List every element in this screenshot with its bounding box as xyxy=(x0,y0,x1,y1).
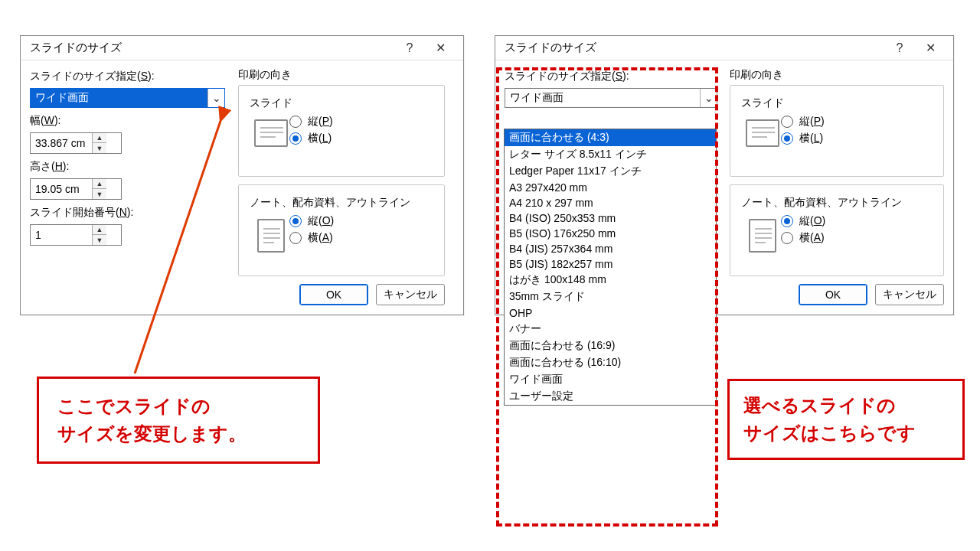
notes-orientation-group: ノート、配布資料、アウトライン 縦(O) 横(A) xyxy=(238,184,445,276)
callout-left-line1: ここでスライドの xyxy=(57,393,299,420)
dropdown-item[interactable]: 35mm スライド xyxy=(505,289,716,305)
slide-size-dialog-left: スライドのサイズ ? ✕ スライドのサイズ指定(S): ワイド画面 ⌄ 幅(W)… xyxy=(20,35,464,315)
callout-right: 選べるスライドの サイズはこちらです xyxy=(727,379,965,460)
dropdown-item[interactable]: B5 (JIS) 182x257 mm xyxy=(505,256,716,272)
ok-button[interactable]: OK xyxy=(799,284,867,305)
dropdown-item[interactable]: B4 (ISO) 250x353 mm xyxy=(505,210,716,226)
cancel-button[interactable]: キャンセル xyxy=(875,284,944,305)
radio-checked-icon xyxy=(289,215,302,227)
height-value: 19.05 cm xyxy=(31,183,92,195)
ok-button[interactable]: OK xyxy=(299,284,368,305)
dropdown-item[interactable]: 画面に合わせる (16:9) xyxy=(505,337,716,354)
help-button[interactable]: ? xyxy=(394,41,425,55)
titlebar: スライドのサイズ ? ✕ xyxy=(21,36,463,60)
dropdown-item[interactable]: ユーザー設定 xyxy=(505,388,716,405)
page-landscape-icon xyxy=(746,119,779,147)
width-label: 幅(W): xyxy=(30,114,229,128)
size-spec-dropdown-list[interactable]: 画面に合わせる (4:3)レター サイズ 8.5x11 インチLedger Pa… xyxy=(504,129,717,406)
notes-orientation-group: ノート、配布資料、アウトライン 縦(O) 横(A) xyxy=(730,184,944,276)
slide-group-title: スライド xyxy=(741,96,936,110)
page-portrait-icon xyxy=(257,219,285,253)
help-button[interactable]: ? xyxy=(884,41,915,55)
height-spinner[interactable]: 19.05 cm ▲▼ xyxy=(30,178,122,200)
radio-checked-icon xyxy=(289,132,302,145)
size-spec-label: スライドのサイズ指定(S): xyxy=(30,70,229,83)
size-spec-combo[interactable]: ワイド画面 ⌄ xyxy=(505,88,717,108)
slide-portrait-radio[interactable]: 縦(P) xyxy=(781,115,936,129)
callout-right-line1: 選べるスライドの xyxy=(743,392,949,419)
radio-checked-icon xyxy=(781,215,793,227)
spin-down-icon[interactable]: ▼ xyxy=(93,189,106,199)
notes-portrait-radio[interactable]: 縦(O) xyxy=(781,214,936,228)
slide-group-title: スライド xyxy=(250,96,436,110)
page-portrait-icon xyxy=(749,219,776,253)
spin-down-icon[interactable]: ▼ xyxy=(93,143,106,153)
dropdown-item[interactable]: OHP xyxy=(505,305,716,321)
page-landscape-icon xyxy=(254,119,288,147)
dialog-title: スライドのサイズ xyxy=(505,41,884,55)
orientation-title: 印刷の向き xyxy=(730,68,944,82)
dropdown-item[interactable]: レター サイズ 8.5x11 インチ xyxy=(505,146,716,163)
dropdown-item[interactable]: ワイド画面 xyxy=(505,371,716,388)
dropdown-item[interactable]: 画面に合わせる (16:10) xyxy=(505,354,716,371)
slide-landscape-radio[interactable]: 横(L) xyxy=(289,132,436,145)
notes-group-title: ノート、配布資料、アウトライン xyxy=(741,196,936,210)
orientation-title: 印刷の向き xyxy=(238,68,445,82)
slide-portrait-radio[interactable]: 縦(P) xyxy=(289,115,436,129)
close-button[interactable]: ✕ xyxy=(425,41,456,55)
width-value: 33.867 cm xyxy=(31,137,92,149)
dropdown-item[interactable]: A3 297x420 mm xyxy=(505,180,716,195)
size-spec-label: スライドのサイズ指定(S): xyxy=(505,70,720,83)
width-spinner[interactable]: 33.867 cm ▲▼ xyxy=(30,132,122,154)
spin-up-icon[interactable]: ▲ xyxy=(93,133,106,143)
dropdown-item[interactable]: B4 (JIS) 257x364 mm xyxy=(505,241,716,256)
close-button[interactable]: ✕ xyxy=(915,41,946,55)
startnum-label: スライド開始番号(N): xyxy=(30,206,229,220)
dialog-title: スライドのサイズ xyxy=(30,41,394,55)
dropdown-item[interactable]: はがき 100x148 mm xyxy=(505,272,716,289)
startnum-spinner[interactable]: 1 ▲▼ xyxy=(30,224,122,246)
callout-left-line2: サイズを変更します。 xyxy=(57,420,299,448)
slide-orientation-group: スライド 縦(P) 横(L) xyxy=(730,85,944,177)
slide-landscape-radio[interactable]: 横(L) xyxy=(781,132,936,145)
notes-portrait-radio[interactable]: 縦(O) xyxy=(289,214,436,228)
cancel-button[interactable]: キャンセル xyxy=(376,284,445,305)
size-spec-value: ワイド画面 xyxy=(31,91,207,105)
radio-icon xyxy=(781,116,793,128)
dropdown-item[interactable]: バナー xyxy=(505,321,716,337)
titlebar: スライドのサイズ ? ✕ xyxy=(495,36,953,60)
startnum-value: 1 xyxy=(31,229,92,241)
dropdown-item[interactable]: 画面に合わせる (4:3) xyxy=(505,129,716,146)
size-spec-combo[interactable]: ワイド画面 ⌄ xyxy=(30,88,225,108)
size-spec-value: ワイド画面 xyxy=(505,91,700,105)
chevron-down-icon[interactable]: ⌄ xyxy=(207,89,224,107)
dropdown-item[interactable]: A4 210 x 297 mm xyxy=(505,195,716,210)
callout-left: ここでスライドの サイズを変更します。 xyxy=(37,377,320,464)
spin-up-icon[interactable]: ▲ xyxy=(93,225,106,235)
radio-icon xyxy=(289,232,302,244)
slide-orientation-group: スライド 縦(P) 横(L) xyxy=(238,85,445,177)
height-label: 高さ(H): xyxy=(30,160,229,174)
dropdown-item[interactable]: Ledger Paper 11x17 インチ xyxy=(505,163,716,180)
spin-down-icon[interactable]: ▼ xyxy=(93,235,106,245)
radio-checked-icon xyxy=(781,132,793,145)
spin-up-icon[interactable]: ▲ xyxy=(93,179,106,189)
dropdown-item[interactable]: B5 (ISO) 176x250 mm xyxy=(505,226,716,241)
radio-icon xyxy=(781,232,793,244)
notes-group-title: ノート、配布資料、アウトライン xyxy=(250,196,436,210)
radio-icon xyxy=(289,116,302,128)
chevron-down-icon[interactable]: ⌄ xyxy=(700,89,717,107)
notes-landscape-radio[interactable]: 横(A) xyxy=(781,231,936,245)
callout-right-line2: サイズはこちらです xyxy=(743,419,949,447)
notes-landscape-radio[interactable]: 横(A) xyxy=(289,231,436,245)
